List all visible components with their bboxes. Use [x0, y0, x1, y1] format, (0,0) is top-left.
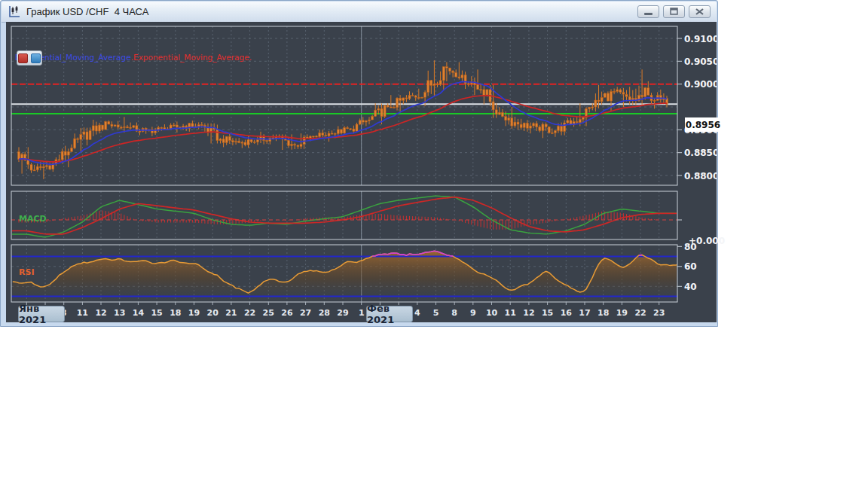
- candlestick-chart-icon: [8, 5, 21, 18]
- minimize-button[interactable]: [637, 5, 659, 18]
- candles: [18, 60, 668, 179]
- svg-text:29: 29: [337, 308, 348, 318]
- svg-text:14: 14: [133, 308, 145, 318]
- svg-text:18: 18: [598, 308, 609, 318]
- chart-window: График USD /CHF 4 ЧАСА 0.91000.90500.900…: [0, 0, 718, 327]
- svg-text:9: 9: [470, 308, 476, 318]
- rsi-panel: [11, 251, 677, 302]
- svg-text:18: 18: [170, 308, 181, 318]
- ema-blue-toggle-button[interactable]: [31, 53, 41, 63]
- svg-text:1: 1: [359, 308, 365, 318]
- svg-text:22: 22: [244, 308, 255, 318]
- svg-text:0.8850: 0.8850: [684, 148, 717, 158]
- rsi-panel-label: RSI: [19, 267, 35, 277]
- svg-text:60: 60: [684, 261, 697, 272]
- svg-text:26: 26: [281, 308, 293, 318]
- svg-text:11: 11: [505, 308, 516, 318]
- rsi-fill: [12, 251, 677, 302]
- svg-text:0.9050: 0.9050: [684, 56, 717, 67]
- svg-text:19: 19: [188, 308, 200, 318]
- svg-text:5: 5: [433, 308, 439, 318]
- svg-text:19: 19: [616, 308, 628, 318]
- svg-text:22: 22: [634, 308, 646, 318]
- current-price-badge: 0.8956: [685, 117, 721, 132]
- svg-text:27: 27: [300, 308, 311, 318]
- macd-panel: [11, 196, 677, 237]
- svg-text:20: 20: [207, 308, 219, 318]
- restore-icon: [664, 6, 684, 17]
- price-levels: [11, 84, 677, 114]
- window-controls: [637, 5, 711, 18]
- svg-text:11: 11: [77, 308, 88, 318]
- ema-slow-legend: Exponential_Moving_Average: [133, 53, 249, 62]
- svg-text:40: 40: [684, 282, 697, 292]
- svg-text:8: 8: [451, 308, 457, 318]
- month-label-feb: Фев 2021: [366, 306, 413, 322]
- legend-color-buttons: [17, 50, 42, 66]
- month-label-jan: Янв 2021: [18, 306, 65, 322]
- indicator-legend: Exponential_Moving_Average.Exponential_M…: [15, 53, 252, 62]
- svg-text:12: 12: [523, 308, 534, 318]
- svg-text:15: 15: [542, 308, 553, 318]
- restore-button[interactable]: [663, 5, 685, 18]
- svg-text:15: 15: [151, 308, 162, 318]
- window-title: График USD /CHF 4 ЧАСА: [26, 6, 148, 17]
- svg-text:10: 10: [486, 308, 498, 318]
- svg-text:0.9100: 0.9100: [684, 34, 717, 44]
- minimize-icon: [638, 6, 659, 17]
- svg-text:0.8800: 0.8800: [684, 171, 717, 181]
- svg-text:4: 4: [414, 308, 420, 318]
- chart-canvas[interactable]: 0.91000.90500.90000.89000.88500.88008060…: [6, 22, 717, 322]
- svg-text:16: 16: [561, 308, 573, 318]
- svg-text:23: 23: [653, 308, 665, 318]
- close-button[interactable]: [689, 5, 711, 18]
- svg-text:25: 25: [263, 308, 274, 318]
- macd-zero-axis-label: +0.000: [689, 236, 725, 246]
- svg-text:13: 13: [114, 308, 125, 318]
- close-icon: [689, 6, 710, 17]
- svg-text:12: 12: [95, 308, 106, 318]
- svg-text:0.9000: 0.9000: [684, 79, 717, 90]
- macd-panel-label: MACD: [19, 214, 47, 224]
- window-titlebar[interactable]: График USD /CHF 4 ЧАСА: [2, 2, 717, 23]
- ema-red-toggle-button[interactable]: [18, 53, 28, 63]
- desktop: График USD /CHF 4 ЧАСА 0.91000.90500.900…: [0, 0, 868, 488]
- svg-text:28: 28: [319, 308, 330, 318]
- svg-text:17: 17: [579, 308, 590, 318]
- chart-client-area: 0.91000.90500.90000.89000.88500.88008060…: [6, 22, 717, 322]
- svg-text:21: 21: [225, 308, 237, 318]
